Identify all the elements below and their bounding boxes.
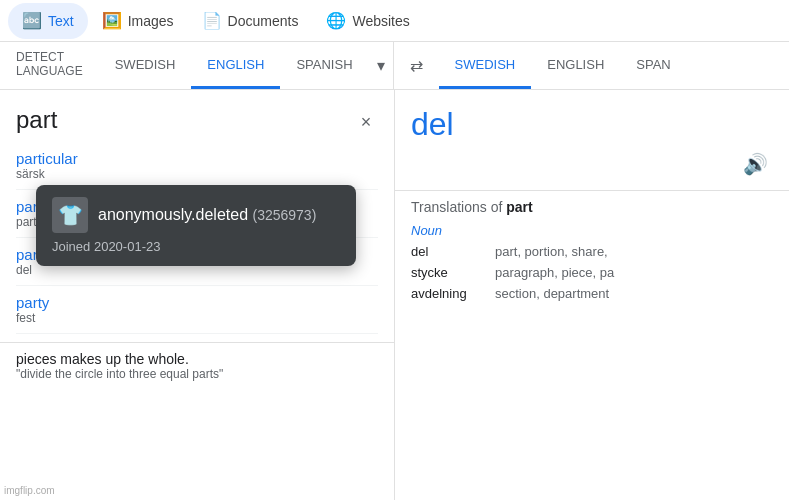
suggestion-word[interactable]: particular <box>16 150 378 167</box>
target-swedish-btn[interactable]: SWEDISH <box>439 42 532 89</box>
translation-meanings: section, department <box>495 286 773 301</box>
source-english-btn[interactable]: ENGLISH <box>191 42 280 89</box>
translation-output: del <box>411 106 729 143</box>
example-phrase-area: pieces makes up the whole. "divide the c… <box>0 342 394 389</box>
language-bar: DETECT LANGUAGE SWEDISH ENGLISH SPANISH … <box>0 42 789 90</box>
tab-documents-label: Documents <box>228 13 299 29</box>
target-span-btn[interactable]: SPAN <box>620 42 686 89</box>
user-card-header: 👕 anonymously.deleted (3256973) <box>52 197 340 233</box>
translation-word: avdelning <box>411 286 491 301</box>
translation-word: stycke <box>411 265 491 280</box>
source-more-btn[interactable]: ▾ <box>369 42 393 89</box>
translation-word: del <box>411 244 491 259</box>
images-icon: 🖼️ <box>102 11 122 30</box>
tab-documents[interactable]: 📄 Documents <box>188 3 313 39</box>
tab-text-label: Text <box>48 13 74 29</box>
table-row: del part, portion, share, <box>411 244 773 259</box>
swap-icon: ⇄ <box>410 56 423 75</box>
avatar: 👕 <box>52 197 88 233</box>
user-joined-date: Joined 2020-01-23 <box>52 239 340 254</box>
input-area: part × <box>0 90 394 142</box>
speaker-icon: 🔊 <box>743 152 768 176</box>
right-panel: del 🔊 Translations of part Noun del part… <box>395 90 789 500</box>
tab-images-label: Images <box>128 13 174 29</box>
translations-word: part <box>506 199 532 215</box>
tab-websites[interactable]: 🌐 Websites <box>312 3 423 39</box>
user-info: anonymously.deleted (3256973) <box>98 206 316 224</box>
main-content: part × particular särsk partner partnr p… <box>0 90 789 500</box>
pos-label: Noun <box>411 223 773 238</box>
example-phrase-sub: "divide the circle into three equal part… <box>16 367 378 381</box>
websites-icon: 🌐 <box>326 11 346 30</box>
tab-websites-label: Websites <box>352 13 409 29</box>
avatar-icon: 👕 <box>58 203 83 227</box>
user-id: (3256973) <box>252 207 316 223</box>
source-spanish-btn[interactable]: SPANISH <box>280 42 368 89</box>
suggestion-meaning: fest <box>16 311 378 325</box>
suggestion-word[interactable]: party <box>16 294 378 311</box>
tab-images[interactable]: 🖼️ Images <box>88 3 188 39</box>
user-card-tooltip: 👕 anonymously.deleted (3256973) Joined 2… <box>36 185 356 266</box>
target-english-btn[interactable]: ENGLISH <box>531 42 620 89</box>
documents-icon: 📄 <box>202 11 222 30</box>
list-item: particular särsk <box>16 142 378 190</box>
example-phrase-text: pieces makes up the whole. <box>16 351 378 367</box>
suggestion-meaning: särsk <box>16 167 378 181</box>
username: anonymously.deleted <box>98 206 248 223</box>
source-lang-bar: DETECT LANGUAGE SWEDISH ENGLISH SPANISH … <box>0 42 394 89</box>
table-row: avdelning section, department <box>411 286 773 301</box>
tab-text[interactable]: 🔤 Text <box>8 3 88 39</box>
swap-languages-btn[interactable]: ⇄ <box>394 42 439 89</box>
audio-button[interactable]: 🔊 <box>737 146 773 182</box>
clear-button[interactable]: × <box>354 110 378 134</box>
top-navigation: 🔤 Text 🖼️ Images 📄 Documents 🌐 Websites <box>0 0 789 42</box>
translations-title: Translations of part <box>411 199 773 215</box>
watermark: imgflip.com <box>4 485 55 496</box>
translations-section: Translations of part Noun del part, port… <box>395 190 789 315</box>
chevron-down-icon: ▾ <box>377 56 385 75</box>
translation-meanings: part, portion, share, <box>495 244 773 259</box>
table-row: stycke paragraph, piece, pa <box>411 265 773 280</box>
output-area: del 🔊 <box>395 90 789 190</box>
detect-language-btn[interactable]: DETECT LANGUAGE <box>0 42 99 89</box>
target-lang-bar: SWEDISH ENGLISH SPAN <box>439 42 789 89</box>
left-panel: part × particular särsk partner partnr p… <box>0 90 395 500</box>
translation-meanings: paragraph, piece, pa <box>495 265 773 280</box>
source-swedish-btn[interactable]: SWEDISH <box>99 42 192 89</box>
text-icon: 🔤 <box>22 11 42 30</box>
source-text[interactable]: part <box>16 106 354 134</box>
list-item: party fest <box>16 286 378 334</box>
